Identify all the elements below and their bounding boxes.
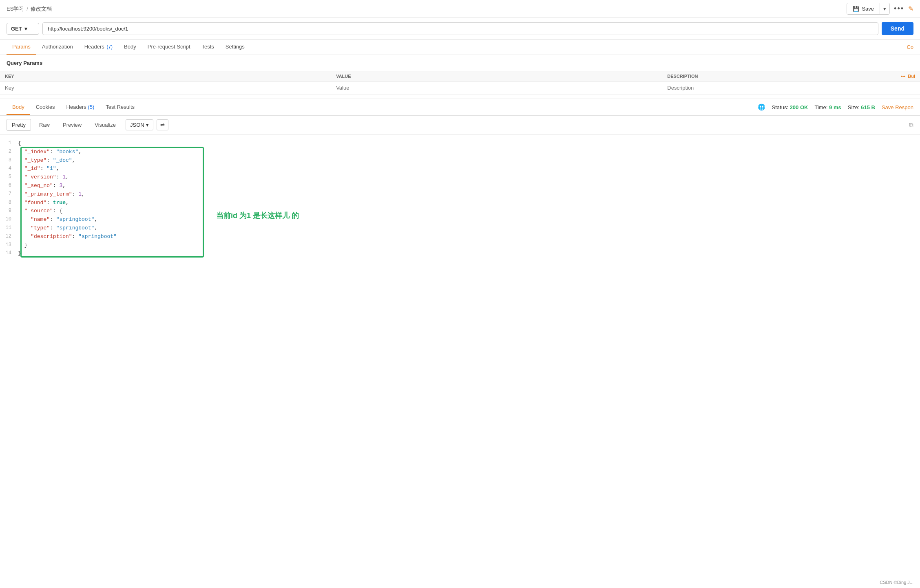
wrap-button[interactable]: ⇌ — [157, 119, 168, 130]
breadcrumb: ES学习 / 修改文档 — [7, 5, 52, 13]
rtab-headers[interactable]: Headers (5) — [61, 100, 100, 115]
code-tab-raw[interactable]: Raw — [34, 119, 55, 130]
col-actions-icon: ••• — [901, 74, 906, 79]
code-line-12: 12 "description": "springboot" — [3, 233, 917, 241]
code-wrapper: 1 { 2 "_index": "books", 3 "_type": "_do… — [0, 134, 920, 263]
save-icon: 💾 — [853, 6, 859, 12]
code-line-8: 8 "found": true, — [3, 199, 917, 207]
rtab-body[interactable]: Body — [7, 100, 30, 115]
tab-pre-request-script[interactable]: Pre-request Script — [142, 40, 196, 55]
code-line-6: 6 "_seq_no": 3, — [3, 182, 917, 190]
save-button[interactable]: 💾 Save — [847, 3, 880, 14]
tab-settings[interactable]: Settings — [220, 40, 250, 55]
globe-icon: 🌐 — [758, 104, 765, 111]
method-chevron-icon: ▾ — [24, 26, 27, 32]
send-button[interactable]: Send — [882, 22, 913, 35]
save-chevron-button[interactable]: ▾ — [880, 3, 889, 14]
time-value: 9 ms — [829, 104, 841, 110]
method-dropdown[interactable]: GET ▾ — [7, 23, 39, 35]
description-input[interactable] — [667, 85, 915, 91]
col-description: DESCRIPTION ••• Bul — [662, 71, 920, 81]
code-line-3: 3 "_type": "_doc", — [3, 156, 917, 165]
url-bar: GET ▾ Send — [0, 18, 920, 40]
rtab-test-results[interactable]: Test Results — [100, 100, 140, 115]
code-line-4: 4 "_id": "1", — [3, 165, 917, 173]
tab-authorization[interactable]: Authorization — [36, 40, 79, 55]
tab-body[interactable]: Body — [118, 40, 142, 55]
format-chevron-icon: ▾ — [146, 122, 149, 128]
response-tabs: Body Cookies Headers (5) Test Results — [7, 100, 140, 115]
col-value: VALUE — [331, 71, 662, 81]
code-tab-preview[interactable]: Preview — [58, 119, 86, 130]
key-input[interactable] — [5, 85, 326, 91]
tab-params[interactable]: Params — [7, 40, 36, 55]
tab-tests[interactable]: Tests — [196, 40, 220, 55]
response-header: Body Cookies Headers (5) Test Results 🌐 … — [0, 99, 920, 116]
status-value: 200 OK — [790, 104, 808, 110]
save-button-group: 💾 Save ▾ — [847, 3, 890, 15]
edit-button[interactable]: ✎ — [908, 5, 913, 13]
top-bar-actions: 💾 Save ▾ ••• ✎ — [847, 3, 913, 15]
request-tabs: Params Authorization Headers (7) Body Pr… — [0, 40, 920, 55]
size-label: Size: 615 B — [848, 104, 875, 110]
footer: CSDN ©Ding J... — [880, 580, 913, 585]
code-tab-pretty[interactable]: Pretty — [7, 119, 31, 131]
save-label: Save — [862, 6, 874, 12]
copy-icon[interactable]: ⧉ — [909, 121, 913, 128]
code-toolbar: Pretty Raw Preview Visualize JSON ▾ ⇌ ⧉ — [0, 116, 920, 134]
url-input[interactable] — [42, 22, 878, 35]
bulk-edit-label[interactable]: Bul — [908, 74, 915, 79]
code-line-11: 11 "type": "springboot", — [3, 224, 917, 233]
rtab-cookies[interactable]: Cookies — [30, 100, 61, 115]
method-label: GET — [11, 26, 22, 32]
annotation-text: 当前id 为1 是长这样儿 的 — [216, 210, 299, 222]
col-key: KEY — [0, 71, 331, 81]
code-area: 1 { 2 "_index": "books", 3 "_type": "_do… — [0, 134, 920, 263]
query-params-title: Query Params — [0, 55, 920, 71]
time-label: Time: 9 ms — [814, 104, 841, 110]
more-button[interactable]: ••• — [894, 4, 904, 13]
tab-headers[interactable]: Headers (7) — [79, 40, 118, 55]
code-line-14: 14 } — [3, 249, 917, 258]
breadcrumb-root: ES学习 — [7, 5, 24, 13]
size-value: 615 B — [861, 104, 875, 110]
code-line-5: 5 "_version": 1, — [3, 173, 917, 182]
value-input[interactable] — [336, 85, 657, 91]
save-response-button[interactable]: Save Respon — [882, 104, 913, 110]
format-label: JSON — [130, 122, 144, 128]
code-line-7: 7 "_primary_term": 1, — [3, 190, 917, 199]
status-info: 🌐 Status: 200 OK Time: 9 ms Size: 615 B … — [758, 104, 913, 111]
code-line-1: 1 { — [3, 139, 917, 148]
breadcrumb-separator: / — [27, 6, 28, 12]
code-tab-visualize[interactable]: Visualize — [90, 119, 121, 130]
breadcrumb-current: 修改文档 — [31, 5, 52, 13]
params-empty-row — [0, 81, 920, 95]
tab-right-overflow[interactable]: Co — [907, 44, 913, 50]
code-line-10: 10 "name": "springboot", — [3, 216, 917, 224]
code-line-2: 2 "_index": "books", — [3, 148, 917, 156]
status-label: Status: 200 OK — [772, 104, 808, 110]
params-table: KEY VALUE DESCRIPTION ••• Bul — [0, 71, 920, 95]
code-line-9: 9 "_source": { — [3, 207, 917, 216]
top-bar: ES学习 / 修改文档 💾 Save ▾ ••• ✎ — [0, 0, 920, 18]
format-select[interactable]: JSON ▾ — [126, 119, 153, 130]
query-params-section: Query Params KEY VALUE DESCRIPTION ••• B… — [0, 55, 920, 95]
code-line-13: 13 } — [3, 241, 917, 250]
